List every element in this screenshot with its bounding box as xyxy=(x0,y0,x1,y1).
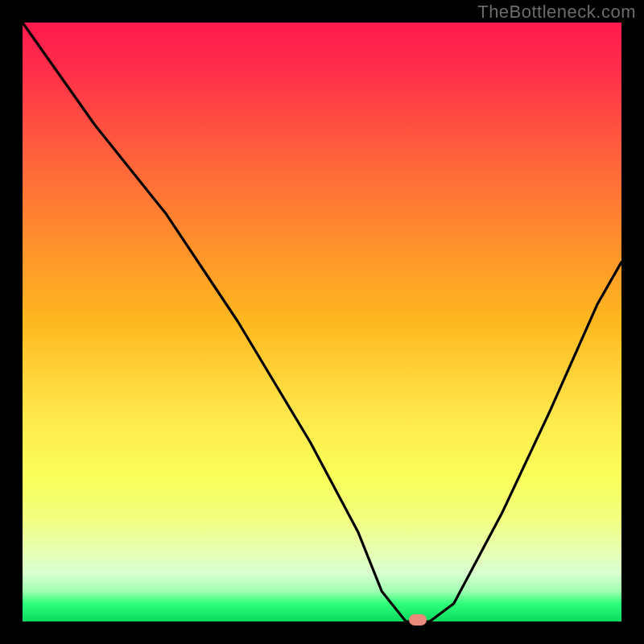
bottleneck-curve xyxy=(23,23,621,621)
curve-svg xyxy=(23,23,621,621)
watermark-text: TheBottleneck.com xyxy=(477,2,636,23)
chart-frame: TheBottleneck.com xyxy=(0,0,644,644)
optimal-marker xyxy=(409,614,427,625)
plot-area xyxy=(23,23,621,621)
